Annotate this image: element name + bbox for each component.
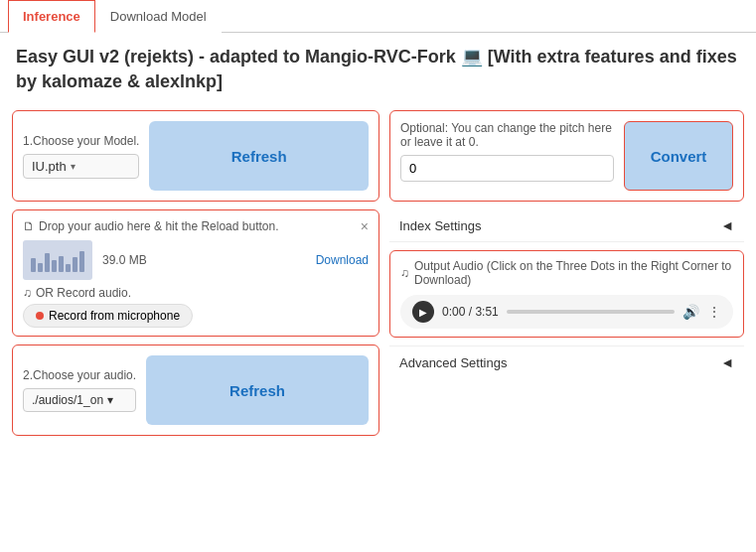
tab-inference[interactable]: Inference: [8, 0, 95, 33]
advanced-settings-label: Advanced Settings: [399, 355, 507, 370]
audio-select-dropdown[interactable]: ./audios/1_on ▾: [23, 388, 136, 412]
audio-drop-box: 🗋 Drop your audio here & hit the Reload …: [12, 209, 379, 337]
mic-button-label: Record from microphone: [49, 309, 180, 323]
index-settings-arrow: ◄: [720, 217, 734, 233]
pitch-input[interactable]: [400, 155, 614, 182]
main-content: 1.Choose your Model. IU.pth ▾ Refresh 🗋 …: [0, 102, 756, 444]
choose-audio-left: 2.Choose your audio. ./audios/1_on ▾: [23, 368, 136, 412]
file-preview: 39.0 MB Download: [23, 240, 369, 280]
audio-total-time: 3:51: [475, 305, 498, 319]
model-label: 1.Choose your Model.: [23, 134, 139, 148]
audio-select-value: ./audios/1_on: [32, 393, 103, 407]
drop-text: 🗋 Drop your audio here & hit the Reload …: [23, 219, 279, 233]
audio-current-time: 0:00: [442, 305, 465, 319]
index-settings-row[interactable]: Index Settings ◄: [389, 209, 744, 242]
model-left: 1.Choose your Model. IU.pth ▾: [23, 134, 139, 179]
model-select-dropdown[interactable]: IU.pth ▾: [23, 154, 139, 179]
play-button[interactable]: ▶: [412, 301, 434, 323]
volume-icon[interactable]: 🔊: [682, 304, 699, 320]
model-select-value: IU.pth: [32, 159, 67, 174]
file-icon: 🗋: [23, 219, 35, 233]
output-audio-text: Output Audio (Click on the Three Dots in…: [414, 259, 733, 287]
tab-download-model[interactable]: Download Model: [95, 0, 222, 33]
audio-time-display: 0:00 / 3:51: [442, 305, 499, 319]
model-dropdown-arrow: ▾: [71, 161, 76, 172]
music-icon: ♫: [23, 286, 32, 300]
audio-refresh-button[interactable]: Refresh: [146, 355, 369, 425]
output-audio-label: ♫ Output Audio (Click on the Three Dots …: [400, 259, 733, 287]
convert-button[interactable]: Convert: [624, 121, 733, 191]
more-options-icon[interactable]: ⋮: [707, 304, 721, 320]
page-title: Easy GUI v2 (rejekts) - adapted to Mangi…: [0, 33, 756, 102]
advanced-settings-arrow: ◄: [720, 354, 734, 370]
audio-progress-bar[interactable]: [507, 310, 675, 314]
pitch-convert-box: Optional: You can change the pitch here …: [389, 110, 744, 202]
model-refresh-button[interactable]: Refresh: [149, 121, 369, 191]
advanced-settings-row[interactable]: Advanced Settings ◄: [389, 345, 744, 378]
index-settings-label: Index Settings: [399, 218, 481, 233]
model-selection-box: 1.Choose your Model. IU.pth ▾ Refresh: [12, 110, 379, 202]
output-music-icon: ♫: [400, 266, 409, 280]
choose-audio-label: 2.Choose your audio.: [23, 368, 136, 382]
right-column: Optional: You can change the pitch here …: [389, 110, 744, 436]
output-audio-box: ♫ Output Audio (Click on the Three Dots …: [389, 250, 744, 338]
audio-dropdown-arrow: ▾: [107, 393, 113, 407]
pitch-label: Optional: You can change the pitch here …: [400, 121, 614, 149]
audio-player: ▶ 0:00 / 3:51 🔊 ⋮: [400, 295, 733, 329]
file-size: 39.0 MB: [102, 253, 306, 267]
left-column: 1.Choose your Model. IU.pth ▾ Refresh 🗋 …: [12, 110, 379, 436]
model-box: 1.Choose your Model. IU.pth ▾ Refresh: [23, 121, 369, 191]
drop-header: 🗋 Drop your audio here & hit the Reload …: [23, 218, 369, 234]
close-drop-button[interactable]: ×: [361, 218, 369, 234]
mic-dot-icon: [36, 312, 44, 320]
waveform-preview: [31, 248, 84, 272]
download-link[interactable]: Download: [316, 253, 369, 267]
drop-label: Drop your audio here & hit the Reload bu…: [39, 219, 279, 233]
choose-audio-box: 2.Choose your audio. ./audios/1_on ▾ Ref…: [12, 345, 379, 436]
or-record-label: OR Record audio.: [36, 286, 131, 300]
record-microphone-button[interactable]: Record from microphone: [23, 304, 193, 328]
or-record-text: ♫ OR Record audio.: [23, 286, 369, 300]
pitch-left: Optional: You can change the pitch here …: [400, 121, 614, 191]
choose-audio-row: 2.Choose your audio. ./audios/1_on ▾ Ref…: [23, 355, 369, 425]
play-icon: ▶: [419, 307, 427, 318]
tab-bar: Inference Download Model: [0, 0, 756, 33]
file-thumbnail: [23, 240, 92, 280]
